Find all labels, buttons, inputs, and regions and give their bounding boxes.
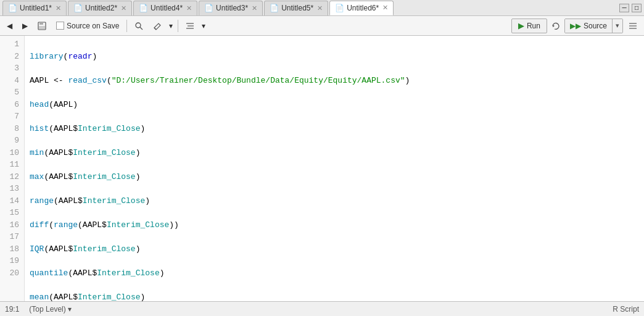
back-button[interactable]: ◀ (2, 19, 17, 33)
line-num: 17 (5, 231, 19, 243)
svg-line-5 (154, 28, 156, 30)
scope-level: (Top Level) ▾ (29, 305, 72, 314)
svg-rect-2 (39, 26, 45, 29)
source-on-save-container: Source on Save (52, 19, 123, 33)
code-line-11: mean(AAPL$Interim_Close) (30, 291, 639, 302)
tab-untitled3[interactable]: 📄 Untitled3* ✕ (199, 1, 263, 15)
line-num: 2 (5, 51, 19, 63)
line-num: 9 (5, 135, 19, 147)
svg-marker-9 (553, 25, 555, 27)
line-num: 18 (5, 243, 19, 256)
edit-dropdown-button[interactable]: ▾ (167, 19, 175, 33)
rerun-button[interactable] (548, 19, 563, 33)
tab-close-untitled2[interactable]: ✕ (121, 4, 126, 12)
line-num: 15 (5, 207, 19, 219)
maximize-button[interactable]: □ (632, 4, 642, 12)
line-num: 3 (5, 62, 19, 75)
save-button[interactable] (33, 19, 51, 33)
r-script-icon: 📄 (204, 4, 213, 12)
source-button-group: ▶▶ Source ▾ (564, 19, 623, 33)
code-line-10: quantile(AAPL$Interim_Close) (30, 267, 639, 280)
svg-rect-1 (39, 22, 43, 25)
save-icon (38, 22, 46, 30)
r-script-icon: 📄 (335, 4, 344, 12)
code-line-5: min(AAPL$Interim_Close) (30, 147, 639, 159)
tab-label: Untitled2* (85, 4, 117, 12)
line-num: 12 (5, 171, 19, 183)
indent-icon (186, 22, 194, 30)
search-icon (134, 22, 143, 30)
more-button[interactable]: ▾ (200, 19, 207, 33)
line-num: 10 (5, 147, 19, 159)
tab-bar: 📄 Untitled1* ✕ 📄 Untitled2* ✕ 📄 Untitled… (0, 0, 644, 16)
tab-close-untitled4[interactable]: ✕ (186, 4, 192, 12)
code-editor[interactable]: library(readr) AAPL <- read_csv("D:/User… (25, 36, 644, 301)
line-num: 11 (5, 159, 19, 171)
code-line-6: max(AAPL$Interim_Close) (30, 171, 639, 183)
tab-close-untitled3[interactable]: ✕ (252, 4, 257, 12)
tab-label: Untitled1* (20, 4, 52, 12)
tab-label: Untitled6* (347, 4, 379, 12)
line-num: 20 (5, 267, 19, 280)
menu-icon (628, 22, 638, 30)
r-script-icon: 📄 (8, 4, 17, 12)
source-main-button[interactable]: ▶▶ Source (565, 19, 613, 33)
source-on-save-label: Source on Save (67, 22, 119, 30)
source-dropdown-button[interactable]: ▾ (613, 19, 622, 33)
line-num: 8 (5, 123, 19, 135)
cursor-position: 19:1 (5, 305, 19, 314)
code-line-1: library(readr) (30, 51, 639, 63)
tab-label: Untitled3* (216, 4, 248, 12)
svg-point-3 (136, 23, 141, 28)
source-label: Source (584, 22, 607, 30)
tab-untitled5[interactable]: 📄 Untitled5* ✕ (264, 1, 328, 15)
pencil-icon (153, 22, 162, 30)
toolbar: ◀ ▶ Source on Save ▾ ▾ (0, 16, 644, 36)
tab-close-untitled5[interactable]: ✕ (317, 4, 323, 12)
code-line-8: diff(range(AAPL$Interim_Close)) (30, 219, 639, 231)
toolbar-menu-button[interactable] (624, 19, 642, 33)
rerun-icon (551, 22, 560, 30)
minimize-button[interactable]: ─ (619, 4, 629, 12)
indent-button[interactable] (181, 19, 199, 33)
tab-untitled2[interactable]: 📄 Untitled2* ✕ (68, 1, 132, 15)
line-num: 19 (5, 255, 19, 267)
file-type: R Script (613, 305, 639, 314)
line-num: 4 (5, 75, 19, 87)
svg-line-4 (140, 27, 142, 30)
code-line-3: head(AAPL) (30, 99, 639, 111)
line-num: 6 (5, 99, 19, 111)
code-line-7: range(AAPL$Interim_Close) (30, 195, 639, 207)
status-bar: 19:1 (Top Level) ▾ R Script (0, 301, 644, 316)
run-icon: ▶ (518, 21, 524, 30)
line-num: 13 (5, 183, 19, 195)
code-line-2: AAPL <- read_csv("D:/Users/Trainer/Deskt… (30, 75, 639, 87)
tab-close-untitled1[interactable]: ✕ (56, 4, 61, 12)
sep1 (126, 20, 127, 32)
forward-button[interactable]: ▶ (18, 19, 32, 33)
run-button[interactable]: ▶ Run (511, 19, 547, 33)
edit-button[interactable] (149, 19, 166, 33)
code-line-9: IQR(AAPL$Interim_Close) (30, 243, 639, 256)
tab-untitled6[interactable]: 📄 Untitled6* ✕ (329, 1, 394, 15)
line-numbers: 1 2 3 4 5 6 7 8 9 10 11 12 13 14 15 16 1… (0, 36, 25, 301)
tab-close-untitled6[interactable]: ✕ (382, 4, 388, 12)
r-script-icon: 📄 (73, 4, 83, 12)
tab-untitled4[interactable]: 📄 Untitled4* ✕ (133, 1, 197, 15)
source-on-save-checkbox[interactable] (56, 22, 64, 30)
search-button[interactable] (130, 19, 147, 33)
sep2 (178, 20, 178, 32)
tab-label: Untitled4* (151, 4, 183, 12)
line-num: 7 (5, 110, 19, 123)
r-script-icon: 📄 (270, 4, 279, 12)
editor-area: 1 2 3 4 5 6 7 8 9 10 11 12 13 14 15 16 1… (0, 36, 644, 301)
line-num: 1 (5, 38, 19, 51)
tab-untitled1[interactable]: 📄 Untitled1* ✕ (2, 1, 67, 15)
line-num: 16 (5, 219, 19, 231)
run-label: Run (527, 22, 540, 30)
source-arrow-icon: ▶▶ (570, 22, 581, 30)
code-line-4: hist(AAPL$Interim_Close) (30, 123, 639, 135)
tab-label: Untitled5* (281, 4, 313, 12)
r-script-icon: 📄 (139, 4, 148, 12)
line-num: 14 (5, 195, 19, 207)
